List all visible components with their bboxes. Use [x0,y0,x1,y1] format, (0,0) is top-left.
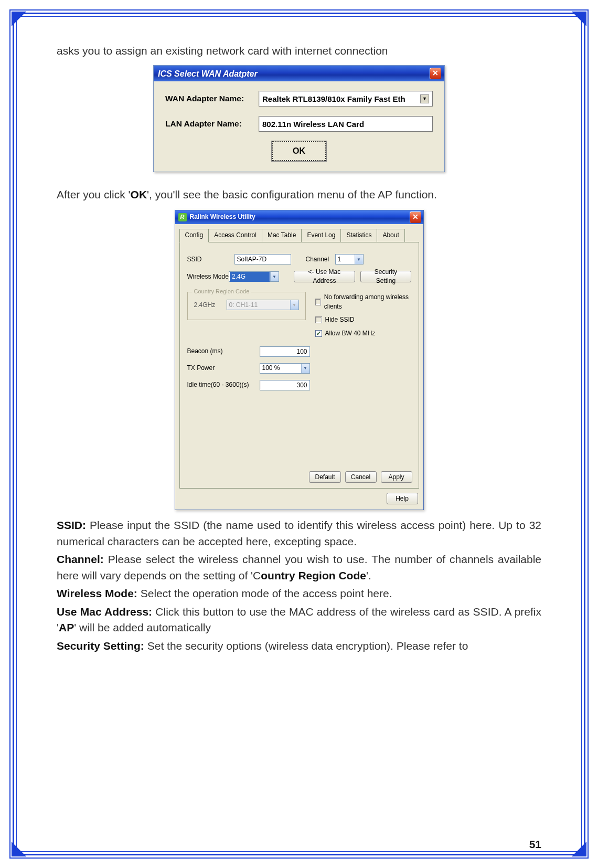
allow-bw40-checkbox[interactable]: Allow BW 40 MHz [315,329,411,338]
security-setting-button[interactable]: Security Setting [360,271,411,282]
lan-adapter-field[interactable]: 802.11n Wireless LAN Card [259,116,433,132]
beacon-label: Beacon (ms) [187,347,260,356]
chevron-down-icon[interactable]: ▼ [420,94,429,103]
checkbox-icon[interactable] [315,299,321,305]
wireless-mode-dropdown[interactable]: 2.4G ▼ [229,271,279,282]
checkbox-icon[interactable] [315,330,322,337]
ics-titlebar: ICS Select WAN Adatpter ✕ [154,66,444,81]
hide-ssid-checkbox[interactable]: Hide SSID [315,315,411,324]
wan-adapter-label: WAN Adapter Name: [165,93,259,104]
chevron-down-icon: ▼ [290,300,298,310]
default-button[interactable]: Default [309,471,340,483]
ics-select-wan-dialog: ICS Select WAN Adatpter ✕ WAN Adapter Na… [153,65,445,172]
intro-paragraph: asks you to assign an existing network c… [57,43,541,59]
definitions-block: SSID: Please input the SSID (the name us… [57,517,541,654]
config-panel: SSID Channel 1 ▼ Wireless Mode 2.4G ▼ <-… [179,242,419,489]
close-icon[interactable]: ✕ [410,211,421,223]
wan-adapter-dropdown[interactable]: Realtek RTL8139/810x Family Fast Eth ▼ [259,91,433,107]
cancel-button[interactable]: Cancel [345,471,377,483]
wireless-mode-label: Wireless Mode [187,272,229,281]
chevron-down-icon[interactable]: ▼ [301,364,309,373]
use-mac-address-button[interactable]: <- Use Mac Address [294,271,356,282]
idle-time-label: Idle time(60 - 3600)(s) [187,380,260,389]
after-paragraph: After you click 'OK', you'll see the bas… [57,187,541,203]
close-icon[interactable]: ✕ [430,68,441,79]
lan-adapter-label: LAN Adapter Name: [165,118,259,130]
checkbox-icon[interactable] [315,316,322,323]
tab-config[interactable]: Config [179,229,209,242]
crc-24-label: 2.4GHz [194,301,227,310]
country-region-code-group: Country Region Code 2.4GHz 0: CH1-11 ▼ [187,292,306,320]
ralink-titlebar: R Ralink Wireless Utility ✕ [175,210,423,224]
tablist: Config Access Control Mac Table Event Lo… [175,224,423,242]
ics-title: ICS Select WAN Adatpter [158,68,258,80]
tab-about[interactable]: About [377,229,404,242]
crc-legend: Country Region Code [192,288,252,296]
chevron-down-icon[interactable]: ▼ [270,272,279,281]
beacon-input[interactable] [260,346,310,357]
tab-event-log[interactable]: Event Log [301,229,341,242]
crc-24-dropdown: 0: CH1-11 ▼ [227,300,299,310]
ralink-wireless-utility-dialog: R Ralink Wireless Utility ✕ Config Acces… [175,210,424,510]
channel-label: Channel [306,255,335,264]
no-forwarding-checkbox[interactable]: No forwarding among wireless clients [315,293,411,311]
ssid-input[interactable] [234,254,291,264]
help-button[interactable]: Help [387,493,418,504]
tab-access-control[interactable]: Access Control [208,229,262,242]
apply-button[interactable]: Apply [381,471,412,483]
channel-dropdown[interactable]: 1 ▼ [335,254,364,264]
idle-time-input[interactable] [260,380,310,390]
chevron-down-icon[interactable]: ▼ [355,255,363,264]
tx-power-label: TX Power [187,364,260,373]
ssid-label: SSID [187,255,234,264]
tx-power-dropdown[interactable]: 100 % ▼ [260,363,310,374]
tab-statistics[interactable]: Statistics [340,229,377,242]
tab-mac-table[interactable]: Mac Table [262,229,302,242]
ok-button[interactable]: OK [272,141,326,161]
page-number: 51 [529,837,541,852]
wan-adapter-value: Realtek RTL8139/810x Family Fast Eth [262,93,405,105]
ralink-title: Ralink Wireless Utility [190,213,255,221]
ralink-app-icon: R [178,213,187,221]
